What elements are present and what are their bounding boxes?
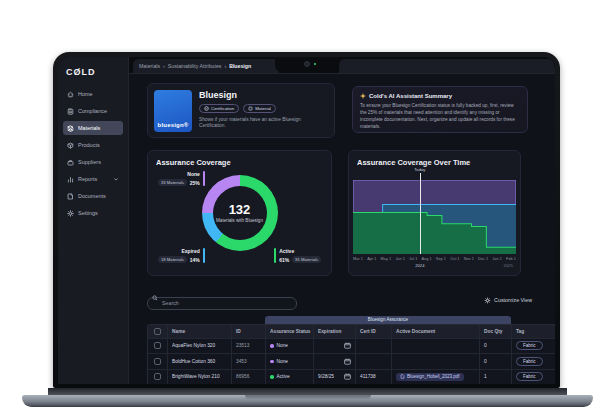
sidebar-item-products[interactable]: Products: [63, 138, 123, 152]
group-header-row: Bluesign Assurance: [147, 316, 555, 324]
row-checkbox[interactable]: [154, 342, 161, 349]
cell-status: Active: [266, 370, 314, 385]
topbar-right: [339, 59, 555, 73]
topbar: Materials › Sustainability Attributes › …: [129, 57, 555, 73]
legend-expired-bar: [203, 248, 205, 263]
ai-summary-card: Cold's AI Assistant Summary To ensure yo…: [352, 86, 528, 133]
webcam-led: [314, 63, 316, 65]
cell-expiration: [314, 354, 356, 369]
laptop-lid: CØLD Home Compliance Materials: [53, 52, 560, 388]
laptop-mockup: CØLD Home Compliance Materials: [0, 0, 615, 410]
tag-pill[interactable]: Fabric: [516, 341, 543, 350]
customize-view-button[interactable]: Customize View: [484, 297, 532, 304]
ai-summary-title: Cold's AI Assistant Summary: [369, 93, 452, 99]
cell-id: 86956: [232, 370, 266, 385]
status-dot: [270, 375, 274, 379]
cell-expiration: 9/28/25: [314, 370, 356, 385]
tag-pill[interactable]: Fabric: [516, 372, 543, 381]
cell-doc-qty: 0: [480, 339, 512, 354]
laptop-screen: CØLD Home Compliance Materials: [58, 57, 555, 384]
coverage-title: Assurance Coverage: [148, 151, 331, 167]
coverage-over-time-card: Assurance Coverage Over Time: [348, 150, 521, 276]
cell-cert-id: 411738: [356, 370, 392, 385]
cell-document: [392, 339, 480, 354]
status-dot: [270, 360, 274, 364]
sidebar-item-documents[interactable]: Documents: [63, 189, 123, 203]
cell-cert-id: [356, 354, 392, 369]
sparkle-icon: [360, 93, 366, 99]
table-row[interactable]: BoldHue Cotton 360 3453 None 0 Fabric: [148, 354, 555, 370]
document-chip[interactable]: Bluesign_Hobell_2023.pdf: [396, 373, 464, 381]
today-label: Today: [414, 167, 425, 172]
laptop-base: [22, 395, 593, 407]
legend-expired: Expired 18 Materials 14%: [158, 248, 205, 263]
cell-status: None: [266, 339, 314, 354]
cell-document: Bluesign_Hobell_2023.pdf: [392, 370, 480, 385]
sidebar-item-settings[interactable]: Settings: [63, 206, 123, 220]
square-icon: [248, 106, 253, 111]
page-title: Bluesign: [199, 90, 328, 100]
tag-pill[interactable]: Fabric: [516, 357, 543, 366]
breadcrumb-item[interactable]: Materials: [139, 63, 160, 69]
check-circle-icon: [204, 106, 209, 111]
sidebar-item-label: Products: [78, 142, 100, 148]
sidebar-item-home[interactable]: Home: [63, 87, 123, 101]
certification-badge[interactable]: Certification: [199, 104, 239, 113]
file-icon: [400, 374, 405, 379]
laptop-base-notch: [245, 395, 371, 400]
today-marker: [420, 173, 421, 254]
row-checkbox[interactable]: [154, 358, 161, 365]
cell-document: [392, 354, 480, 369]
gear-icon: [67, 210, 74, 217]
chevron-down-icon: [113, 176, 119, 182]
bluesign-logo: bluesign®: [154, 90, 192, 132]
materials-table: Name ID Assurance Status Expiration Cert…: [147, 324, 555, 385]
home-icon: [67, 91, 74, 98]
cell-doc-qty: 0: [480, 354, 512, 369]
cell-doc-qty: 1: [480, 370, 512, 385]
cell-id: 23513: [232, 339, 266, 354]
calendar-icon[interactable]: [344, 373, 351, 380]
group-header: Bluesign Assurance: [265, 316, 511, 324]
x-axis-labels: Mar 1Apr 1 May 1Jun 1 Jul 1Aug 1 Sep 1Oc…: [353, 256, 516, 261]
page-content: bluesign® Bluesign Certification: [129, 73, 555, 384]
assurance-donut[interactable]: 132 Materials with Bluesign: [202, 175, 278, 251]
sidebar-item-suppliers[interactable]: Suppliers: [63, 155, 123, 169]
over-time-plot: Today: [353, 180, 516, 254]
search-input[interactable]: [147, 297, 297, 310]
cell-status: None: [266, 354, 314, 369]
row-checkbox[interactable]: [154, 373, 161, 380]
layers-icon: [67, 125, 74, 132]
sidebar-item-materials[interactable]: Materials: [63, 121, 123, 135]
cell-id: 3453: [232, 354, 266, 369]
table-row[interactable]: AquaFlex Nylon 320 23513 None 0 Fabric: [148, 339, 555, 355]
main-area: Materials › Sustainability Attributes › …: [129, 57, 555, 384]
breadcrumb-item[interactable]: Sustainability Attributes: [168, 63, 222, 69]
calendar-icon[interactable]: [344, 342, 351, 349]
select-all-checkbox[interactable]: [154, 328, 161, 335]
legend-none: None 33 Materials 25%: [158, 171, 205, 186]
sidebar-item-reports[interactable]: Reports: [63, 172, 123, 186]
sidebar-item-label: Suppliers: [78, 159, 101, 165]
legend-active: Active 61% 81 Materials: [274, 248, 321, 263]
bluesign-header-card: bluesign® Bluesign Certification: [147, 83, 335, 138]
search-icon: [152, 295, 158, 301]
breadcrumb-separator: ›: [224, 63, 226, 69]
donut-total-label: Materials with Bluesign: [216, 218, 263, 223]
year-labels: 2024 2025: [353, 263, 516, 271]
calendar-icon[interactable]: [344, 358, 351, 365]
legend-active-bar: [274, 248, 276, 263]
sidebar-item-compliance[interactable]: Compliance: [63, 104, 123, 118]
table-row[interactable]: BrightWave Nylon 210 86956 Active 9/28/2…: [148, 370, 555, 385]
overtime-chart: [353, 180, 516, 254]
breadcrumb: Materials › Sustainability Attributes › …: [133, 59, 279, 73]
brand-logo: CØLD: [63, 65, 123, 87]
donut-total: 132: [229, 203, 251, 217]
cell-name: BrightWave Nylon 210: [168, 370, 232, 385]
sidebar-item-label: Materials: [78, 125, 100, 131]
material-badge[interactable]: Material: [243, 104, 276, 113]
table-toolbar: Customize View: [147, 291, 532, 310]
status-dot: [270, 344, 274, 348]
cell-tag: Fabric: [512, 354, 555, 369]
bar-chart-icon: [67, 176, 74, 183]
